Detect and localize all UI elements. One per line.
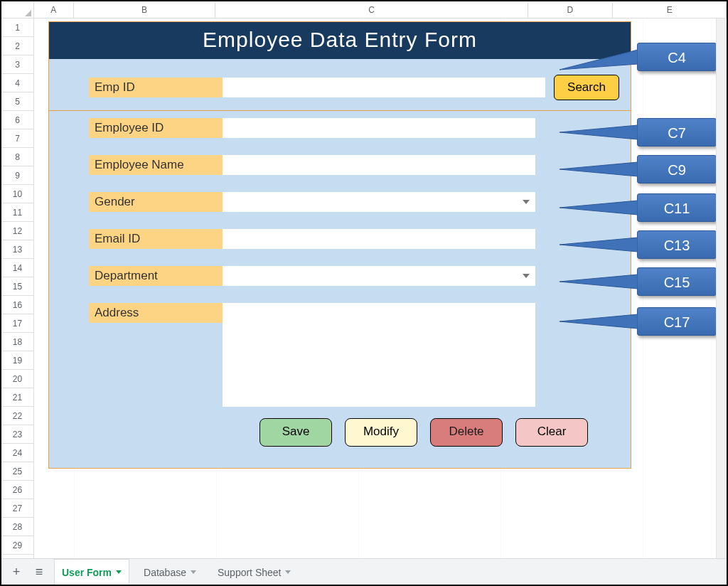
callout-pointer-icon <box>560 118 638 146</box>
row-header-16[interactable]: 16 <box>1 296 33 314</box>
callout-c7: C7 <box>637 118 717 146</box>
callout-c17: C17 <box>637 307 717 336</box>
callout-pointer-icon <box>560 267 638 296</box>
clear-button[interactable]: Clear <box>515 418 588 447</box>
row-header-10[interactable]: 10 <box>1 185 33 203</box>
row-header-18[interactable]: 18 <box>1 333 33 351</box>
row-header-11[interactable]: 11 <box>1 203 33 222</box>
search-button[interactable]: Search <box>554 75 619 100</box>
row-address: Address <box>89 303 588 407</box>
tab-label: User Form <box>62 567 112 578</box>
modify-button[interactable]: Modify <box>345 418 417 447</box>
row-header-7[interactable]: 7 <box>1 129 33 148</box>
row-employee-id: Employee ID <box>89 118 588 138</box>
svg-marker-0 <box>560 50 638 70</box>
svg-marker-4 <box>560 238 638 252</box>
button-row: Save Modify Delete Clear <box>89 407 588 457</box>
all-sheets-button[interactable]: ≡ <box>31 564 47 580</box>
row-header-26[interactable]: 26 <box>1 481 33 499</box>
svg-marker-6 <box>560 314 638 329</box>
label-email: Email ID <box>89 229 223 249</box>
svg-marker-1 <box>560 125 638 139</box>
callout-c13: C13 <box>637 230 717 259</box>
callout-c9: C9 <box>637 155 717 183</box>
tab-database[interactable]: Database <box>136 559 203 585</box>
svg-marker-2 <box>560 162 638 176</box>
input-employee-name[interactable] <box>223 155 535 175</box>
col-header-C[interactable]: C <box>215 1 528 18</box>
row-header-24[interactable]: 24 <box>1 444 33 462</box>
row-header-8[interactable]: 8 <box>1 148 33 166</box>
callout-c11: C11 <box>637 193 717 222</box>
callout-c15: C15 <box>637 267 717 296</box>
row-header-19[interactable]: 19 <box>1 351 33 370</box>
row-header-4[interactable]: 4 <box>1 74 33 92</box>
row-header-27[interactable]: 27 <box>1 499 33 518</box>
input-email[interactable] <box>223 229 535 249</box>
grid-area[interactable]: Employee Data Entry Form Emp ID Search E… <box>34 18 727 558</box>
select-department[interactable] <box>223 266 535 286</box>
row-header-23[interactable]: 23 <box>1 425 33 444</box>
form-body: Employee ID Employee Name Gender Email I… <box>49 111 631 468</box>
chevron-down-icon[interactable] <box>523 200 530 204</box>
row-header-6[interactable]: 6 <box>1 111 33 129</box>
select-gender[interactable] <box>223 192 535 212</box>
label-address: Address <box>89 303 223 323</box>
label-employee-name: Employee Name <box>89 155 223 175</box>
tab-user-form[interactable]: User Form <box>54 559 129 585</box>
chevron-down-icon[interactable] <box>116 570 122 574</box>
row-header-2[interactable]: 2 <box>1 37 33 55</box>
input-emp-id-search[interactable] <box>223 78 545 97</box>
chevron-down-icon[interactable] <box>523 274 530 278</box>
row-header-17[interactable]: 17 <box>1 314 33 333</box>
row-header-25[interactable]: 25 <box>1 462 33 481</box>
callout-pointer-icon <box>560 43 638 71</box>
col-header-E[interactable]: E <box>613 1 727 18</box>
vertical-scrollbar[interactable] <box>716 18 727 558</box>
row-header-14[interactable]: 14 <box>1 259 33 277</box>
row-header-3[interactable]: 3 <box>1 55 33 74</box>
col-header-A[interactable]: A <box>34 1 74 18</box>
delete-button[interactable]: Delete <box>430 418 503 447</box>
row-gender: Gender <box>89 192 588 212</box>
row-header-9[interactable]: 9 <box>1 166 33 185</box>
tab-support-sheet[interactable]: Support Sheet <box>210 559 299 585</box>
row-email: Email ID <box>89 229 588 249</box>
save-button[interactable]: Save <box>259 418 332 447</box>
select-all-corner[interactable] <box>1 1 34 18</box>
chevron-down-icon[interactable] <box>191 570 196 574</box>
row-header-5[interactable]: 5 <box>1 92 33 111</box>
label-employee-id: Employee ID <box>89 118 223 138</box>
app-frame: A B C D E 123456789101112131415161718192… <box>0 0 728 586</box>
input-employee-id[interactable] <box>223 118 535 138</box>
row-header-15[interactable]: 15 <box>1 277 33 296</box>
search-row: Emp ID Search <box>49 59 631 110</box>
row-header-28[interactable]: 28 <box>1 518 33 536</box>
form-title: Employee Data Entry Form <box>49 22 631 59</box>
row-header-22[interactable]: 22 <box>1 407 33 425</box>
sheet-tab-bar: + ≡ User Form Database Support Sheet <box>1 558 727 585</box>
row-header-12[interactable]: 12 <box>1 222 33 240</box>
callout-c4: C4 <box>637 43 717 71</box>
row-employee-name: Employee Name <box>89 155 588 175</box>
add-sheet-button[interactable]: + <box>9 564 24 580</box>
row-header-13[interactable]: 13 <box>1 240 33 259</box>
svg-marker-5 <box>560 275 638 289</box>
callout-pointer-icon <box>560 230 638 259</box>
row-header-21[interactable]: 21 <box>1 388 33 407</box>
col-header-D[interactable]: D <box>528 1 614 18</box>
row-header-1[interactable]: 1 <box>1 18 33 37</box>
textarea-address[interactable] <box>223 303 535 407</box>
form-panel: Employee Data Entry Form Emp ID Search E… <box>48 21 631 469</box>
col-header-B[interactable]: B <box>74 1 216 18</box>
callout-pointer-icon <box>560 155 638 183</box>
tab-label: Support Sheet <box>218 567 282 578</box>
callout-pointer-icon <box>560 193 638 222</box>
tab-label: Database <box>144 567 186 578</box>
row-header-20[interactable]: 20 <box>1 370 33 388</box>
svg-marker-3 <box>560 201 638 215</box>
row-header-29[interactable]: 29 <box>1 536 33 555</box>
callout-pointer-icon <box>560 307 638 336</box>
chevron-down-icon[interactable] <box>285 570 291 574</box>
label-gender: Gender <box>89 192 223 212</box>
